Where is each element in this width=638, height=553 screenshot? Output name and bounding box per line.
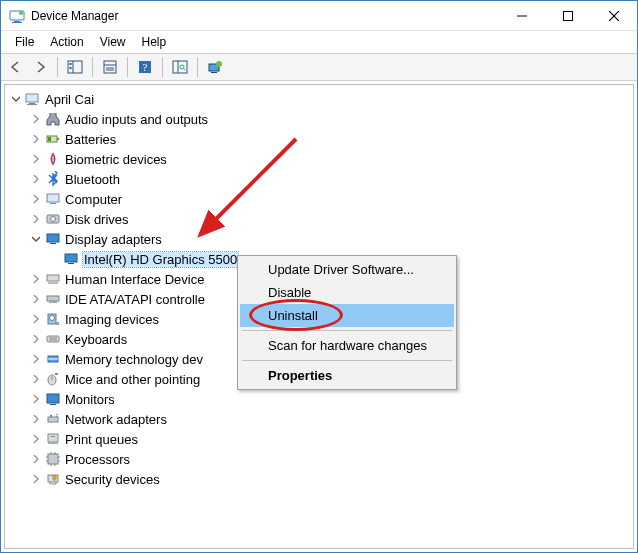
category-node[interactable]: Print queues — [25, 429, 633, 449]
device-tree[interactable]: April Cai Audio inputs and outputsBatter… — [4, 84, 634, 549]
minimize-button[interactable] — [499, 1, 545, 31]
svg-rect-73 — [54, 479, 55, 481]
context-menu-item[interactable]: Properties — [240, 364, 454, 387]
show-hide-console-tree-button[interactable] — [64, 56, 86, 78]
category-node[interactable]: Batteries — [25, 129, 633, 149]
chevron-right-icon[interactable] — [29, 312, 43, 326]
svg-rect-26 — [29, 103, 35, 104]
svg-point-24 — [216, 61, 222, 67]
svg-rect-27 — [27, 104, 37, 105]
menu-action[interactable]: Action — [42, 33, 91, 51]
computer-icon — [25, 91, 41, 107]
update-driver-button[interactable] — [204, 56, 226, 78]
svg-rect-40 — [47, 275, 59, 281]
category-node[interactable]: Computer — [25, 189, 633, 209]
category-node[interactable]: Audio inputs and outputs — [25, 109, 633, 129]
toolbar-separator — [197, 57, 198, 77]
chevron-right-icon[interactable] — [29, 292, 43, 306]
svg-rect-29 — [57, 138, 59, 140]
category-label: Processors — [65, 452, 130, 467]
category-label: Display adapters — [65, 232, 162, 247]
properties-button[interactable] — [99, 56, 121, 78]
chevron-right-icon[interactable] — [29, 452, 43, 466]
toolbar-separator — [92, 57, 93, 77]
category-node[interactable]: Security devices — [25, 469, 633, 489]
category-label: Computer — [65, 192, 122, 207]
category-icon — [45, 331, 61, 347]
chevron-down-icon[interactable] — [29, 232, 43, 246]
toolbar-separator — [162, 57, 163, 77]
chevron-right-icon[interactable] — [29, 472, 43, 486]
category-icon — [45, 451, 61, 467]
category-icon — [45, 371, 61, 387]
svg-rect-37 — [50, 243, 56, 244]
svg-rect-61 — [51, 436, 55, 437]
menu-view[interactable]: View — [92, 33, 134, 51]
category-node[interactable]: Display adapters — [25, 229, 633, 249]
category-icon — [45, 391, 61, 407]
context-menu-item[interactable]: Scan for hardware changes — [240, 334, 454, 357]
svg-rect-2 — [12, 22, 22, 23]
svg-rect-32 — [47, 194, 59, 202]
chevron-right-icon[interactable] — [29, 432, 43, 446]
svg-rect-55 — [47, 394, 59, 403]
category-label: Monitors — [65, 392, 115, 407]
chevron-right-icon[interactable] — [29, 172, 43, 186]
svg-rect-39 — [68, 263, 74, 264]
chevron-right-icon[interactable] — [29, 412, 43, 426]
category-node[interactable]: Monitors — [25, 389, 633, 409]
svg-text:?: ? — [143, 61, 148, 73]
category-node[interactable]: Network adapters — [25, 409, 633, 429]
svg-rect-58 — [50, 415, 52, 417]
root-node[interactable]: April Cai — [5, 89, 633, 109]
chevron-right-icon[interactable] — [29, 152, 43, 166]
svg-rect-41 — [48, 282, 58, 284]
scan-hardware-button[interactable] — [169, 56, 191, 78]
help-button[interactable]: ? — [134, 56, 156, 78]
category-node[interactable]: Bluetooth — [25, 169, 633, 189]
category-icon — [45, 311, 61, 327]
svg-rect-60 — [48, 442, 58, 444]
category-icon — [45, 271, 61, 287]
context-menu-item[interactable]: Uninstall — [240, 304, 454, 327]
menu-file[interactable]: File — [7, 33, 42, 51]
context-menu-item[interactable]: Update Driver Software... — [240, 258, 454, 281]
category-node[interactable]: Processors — [25, 449, 633, 469]
chevron-right-icon[interactable] — [29, 132, 43, 146]
svg-rect-42 — [47, 296, 59, 301]
category-icon — [45, 431, 61, 447]
context-menu-item[interactable]: Disable — [240, 281, 454, 304]
chevron-right-icon[interactable] — [29, 372, 43, 386]
chevron-right-icon[interactable] — [29, 332, 43, 346]
category-label: Bluetooth — [65, 172, 120, 187]
svg-rect-47 — [47, 336, 59, 342]
root-label: April Cai — [45, 92, 94, 107]
menubar: File Action View Help — [1, 31, 637, 53]
svg-rect-30 — [48, 137, 51, 141]
chevron-right-icon[interactable] — [29, 352, 43, 366]
category-label: Imaging devices — [65, 312, 159, 327]
chevron-right-icon[interactable] — [29, 272, 43, 286]
category-icon — [45, 231, 61, 247]
svg-rect-36 — [47, 234, 59, 242]
svg-rect-38 — [65, 254, 77, 262]
category-label: Audio inputs and outputs — [65, 112, 208, 127]
svg-point-35 — [51, 217, 56, 222]
maximize-button[interactable] — [545, 1, 591, 31]
chevron-right-icon[interactable] — [29, 212, 43, 226]
close-button[interactable] — [591, 1, 637, 31]
chevron-right-icon[interactable] — [29, 192, 43, 206]
chevron-down-icon[interactable] — [9, 92, 23, 106]
device-label: Intel(R) HD Graphics 5500 — [83, 252, 238, 267]
menu-help[interactable]: Help — [134, 33, 175, 51]
back-button[interactable] — [5, 56, 27, 78]
category-node[interactable]: Disk drives — [25, 209, 633, 229]
svg-point-3 — [19, 11, 23, 15]
category-label: Disk drives — [65, 212, 129, 227]
chevron-right-icon[interactable] — [29, 112, 43, 126]
svg-rect-23 — [211, 72, 217, 73]
category-node[interactable]: Biometric devices — [25, 149, 633, 169]
forward-button[interactable] — [29, 56, 51, 78]
svg-rect-10 — [70, 63, 72, 65]
chevron-right-icon[interactable] — [29, 392, 43, 406]
